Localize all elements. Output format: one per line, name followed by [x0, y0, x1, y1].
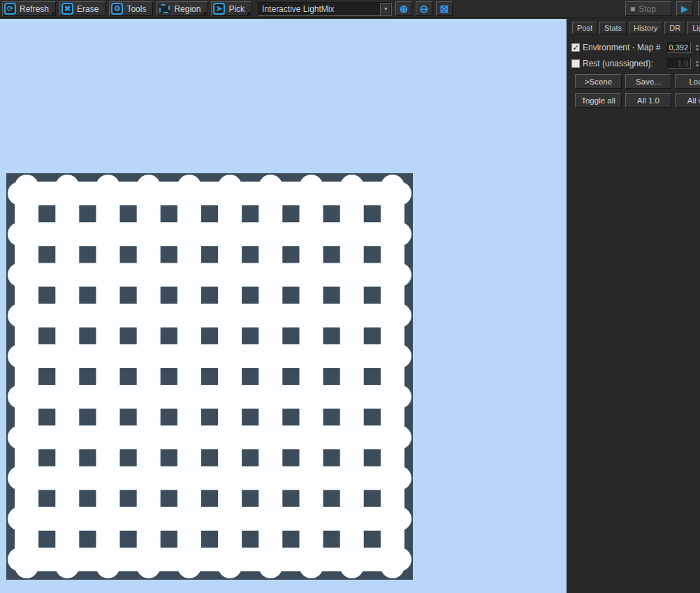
tab-dr[interactable]: DR	[664, 22, 685, 34]
flyout-corner-icon	[203, 11, 206, 15]
erase-button[interactable]: ✖ Erase	[59, 1, 105, 16]
tab-history[interactable]: History	[629, 22, 662, 34]
rest-checkbox[interactable]	[571, 59, 580, 68]
erase-label: Erase	[77, 4, 99, 14]
environment-checkbox[interactable]: ✓	[571, 43, 580, 52]
render-image-svg	[6, 173, 413, 580]
rest-value-field[interactable]: 1.0	[667, 58, 691, 69]
pick-button[interactable]: ➤ Pick	[211, 1, 251, 16]
save-button[interactable]: Save...	[625, 74, 671, 89]
zoom-fit-button[interactable]: ⊠	[436, 1, 453, 16]
region-icon	[159, 4, 170, 13]
erase-icon: ✖	[61, 3, 73, 15]
flyout-corner-icon	[51, 11, 54, 15]
right-panel: Post Stats History DR Lig ✓ Environment …	[567, 19, 700, 593]
lightmix-dropdown[interactable]: Interactive LightMix ▼	[258, 2, 392, 16]
stop-button[interactable]: ■ Stop	[625, 1, 671, 16]
render-start-button[interactable]: ▶	[676, 1, 693, 16]
render-viewport	[0, 19, 567, 593]
region-button[interactable]: Region	[156, 1, 207, 16]
lightmix-layer-row: Rest (unassigned): 1.0 ▲ ▼	[571, 57, 700, 69]
chevron-down-icon[interactable]: ▼	[380, 3, 391, 15]
toggle-all-button[interactable]: Toggle all	[575, 93, 622, 108]
environment-spinner[interactable]: ▲ ▼	[694, 43, 700, 52]
zoom-in-icon: ⊕	[400, 3, 409, 14]
tab-post[interactable]: Post	[572, 22, 597, 34]
zoom-in-button[interactable]: ⊕	[395, 1, 412, 16]
tools-label: Tools	[126, 4, 146, 14]
tools-button[interactable]: ⚙ Tools	[109, 1, 153, 16]
refresh-button[interactable]: ⟳ Refresh	[2, 1, 56, 16]
zoom-out-icon: ⊖	[420, 3, 429, 14]
tab-lightmix[interactable]: Lig	[687, 22, 700, 34]
toolbar-right-group: ■ Stop ▶	[625, 1, 700, 16]
spinner-down-icon[interactable]: ▼	[695, 64, 699, 68]
render-image	[6, 173, 413, 580]
zoom-fit-icon: ⊠	[440, 3, 449, 14]
gear-icon: ⚙	[111, 3, 123, 15]
all-white-button[interactable]: All w	[675, 93, 700, 108]
flyout-corner-icon	[247, 11, 250, 15]
lightmix-actions-row-2: Toggle all All 1.0 All w	[575, 93, 700, 108]
load-button[interactable]: Loa	[675, 74, 700, 89]
panel-tabs: Post Stats History DR Lig	[572, 22, 700, 34]
refresh-label: Refresh	[20, 4, 49, 14]
spinner-down-icon[interactable]: ▼	[695, 47, 699, 52]
stop-label: Stop	[639, 4, 656, 14]
rest-label: Rest (unassigned):	[583, 59, 664, 68]
play-icon: ▶	[681, 4, 688, 13]
lightmix-dropdown-value: Interactive LightMix	[258, 4, 380, 14]
region-label: Region	[174, 4, 200, 14]
pick-label: Pick	[228, 4, 245, 14]
scene-button[interactable]: >Scene	[575, 74, 622, 89]
rest-spinner[interactable]: ▲ ▼	[694, 59, 700, 68]
pick-icon: ➤	[213, 3, 225, 15]
lightmix-layer-row: ✓ Environment - Map # 0,392 ▲ ▼	[571, 41, 700, 53]
environment-label: Environment - Map #	[583, 43, 664, 52]
environment-value-field[interactable]: 0,392	[667, 42, 691, 53]
tab-stats[interactable]: Stats	[599, 22, 627, 34]
lightmix-actions-row-1: >Scene Save... Loa	[575, 74, 700, 89]
stop-icon: ■	[630, 5, 635, 13]
all-1-button[interactable]: All 1.0	[625, 93, 671, 108]
toolbar: ⟳ Refresh ✖ Erase ⚙ Tools Region ➤ Pick …	[0, 0, 700, 18]
refresh-icon: ⟳	[4, 3, 16, 15]
zoom-out-button[interactable]: ⊖	[416, 1, 432, 16]
